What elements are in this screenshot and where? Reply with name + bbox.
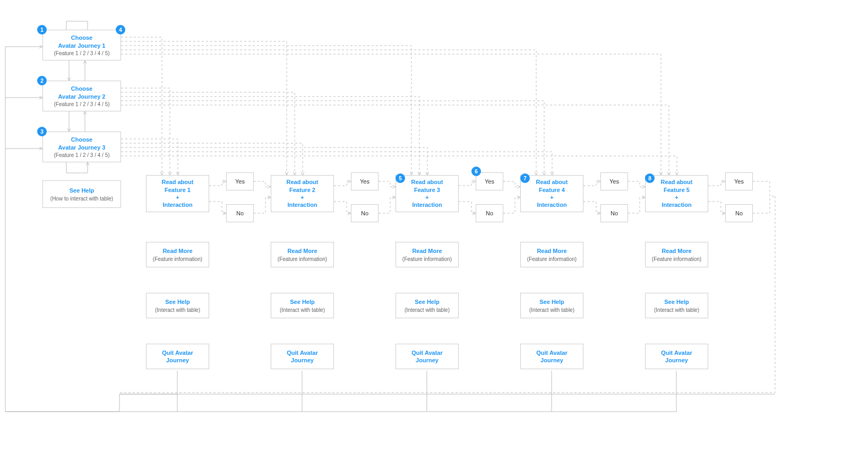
quit-5[interactable]: Quit AvatarJourney — [645, 344, 708, 369]
quit-3[interactable]: Quit AvatarJourney — [396, 344, 459, 369]
badge-1: 1 — [37, 25, 47, 34]
decision-yes-2[interactable]: Yes — [351, 172, 379, 190]
see-help-4[interactable]: See Help(Interact with table) — [520, 293, 583, 318]
read-more-5[interactable]: Read More(Feature information) — [645, 242, 708, 267]
read-feature-2[interactable]: Read aboutFeature 2+Interaction — [271, 175, 334, 212]
read-more-3[interactable]: Read More(Feature information) — [396, 242, 459, 267]
decision-no-4[interactable]: No — [600, 204, 628, 222]
see-help-main-sub: (How to interact with table) — [50, 196, 113, 202]
badge-3: 3 — [37, 127, 47, 136]
badge-2: 2 — [37, 76, 47, 85]
badge-6: 6 — [471, 167, 481, 176]
badge-7: 7 — [520, 173, 530, 183]
choose-journey-2[interactable]: ChooseAvatar Journey 2 (Feature 1 / 2 / … — [42, 81, 121, 111]
decision-yes-4[interactable]: Yes — [600, 172, 628, 190]
journey-3-title: ChooseAvatar Journey 3 — [58, 136, 106, 151]
decision-yes-1[interactable]: Yes — [226, 172, 254, 190]
decision-no-5[interactable]: No — [725, 204, 753, 222]
read-feature-1[interactable]: Read aboutFeature 1+Interaction — [146, 175, 209, 212]
badge-4: 4 — [116, 25, 125, 34]
see-help-1[interactable]: See Help(Interact with table) — [146, 293, 209, 318]
journey-3-sub: (Feature 1 / 2 / 3 / 4 / 5) — [54, 152, 109, 158]
see-help-main-title: See Help — [70, 187, 94, 194]
journey-2-sub: (Feature 1 / 2 / 3 / 4 / 5) — [54, 101, 109, 107]
read-feature-3[interactable]: Read aboutFeature 3+Interaction — [396, 175, 459, 212]
decision-yes-3[interactable]: Yes — [476, 172, 503, 190]
read-more-1[interactable]: Read More(Feature information) — [146, 242, 209, 267]
journey-1-title: ChooseAvatar Journey 1 — [58, 34, 106, 49]
decision-no-3[interactable]: No — [476, 204, 503, 222]
read-more-2[interactable]: Read More(Feature information) — [271, 242, 334, 267]
read-more-4[interactable]: Read More(Feature information) — [520, 242, 583, 267]
see-help-3[interactable]: See Help(Interact with table) — [396, 293, 459, 318]
choose-journey-3[interactable]: ChooseAvatar Journey 3 (Feature 1 / 2 / … — [42, 132, 121, 162]
read-feature-4[interactable]: Read aboutFeature 4+Interaction — [520, 175, 583, 212]
see-help-5[interactable]: See Help(Interact with table) — [645, 293, 708, 318]
badge-5: 5 — [396, 173, 405, 183]
quit-2[interactable]: Quit AvatarJourney — [271, 344, 334, 369]
decision-no-2[interactable]: No — [351, 204, 379, 222]
decision-no-1[interactable]: No — [226, 204, 254, 222]
decision-yes-5[interactable]: Yes — [725, 172, 753, 190]
see-help-main[interactable]: See Help (How to interact with table) — [42, 180, 121, 208]
journey-2-title: ChooseAvatar Journey 2 — [58, 85, 106, 100]
quit-1[interactable]: Quit AvatarJourney — [146, 344, 209, 369]
see-help-2[interactable]: See Help(Interact with table) — [271, 293, 334, 318]
journey-1-sub: (Feature 1 / 2 / 3 / 4 / 5) — [54, 50, 109, 56]
quit-4[interactable]: Quit AvatarJourney — [520, 344, 583, 369]
badge-8: 8 — [645, 173, 655, 183]
choose-journey-1[interactable]: ChooseAvatar Journey 1 (Feature 1 / 2 / … — [42, 30, 121, 60]
read-feature-5[interactable]: Read aboutFeature 5+Interaction — [645, 175, 708, 212]
